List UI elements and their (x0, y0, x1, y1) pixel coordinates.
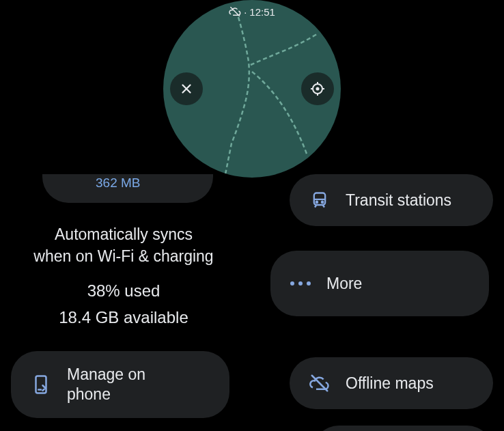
manage-on-phone-button[interactable]: Manage on phone (11, 351, 229, 418)
offline-maps-item[interactable]: Offline maps (290, 357, 493, 409)
sync-line-2: when on Wi-Fi & charging (11, 245, 236, 267)
storage-item[interactable]: 362 MB (42, 174, 213, 203)
storage-size-label: 362 MB (96, 176, 195, 191)
svg-point-1 (317, 88, 319, 90)
more-icon (288, 271, 313, 296)
right-column: Transit stations More Offline maps Setti… (275, 174, 493, 431)
transit-stations-item[interactable]: Transit stations (290, 174, 493, 226)
manage-on-phone-label: Manage on phone (67, 365, 145, 404)
cloud-off-icon (229, 5, 241, 18)
transit-stations-label: Transit stations (346, 191, 451, 210)
status-separator: · (244, 6, 247, 18)
svg-point-4 (316, 201, 318, 203)
status-time: 12:51 (249, 6, 275, 18)
offline-maps-label: Offline maps (346, 374, 434, 393)
recenter-button[interactable] (301, 72, 334, 105)
svg-point-5 (322, 201, 323, 203)
transit-icon (307, 188, 332, 212)
watch-status-bar: · 12:51 (229, 5, 275, 18)
cloud-off-icon (307, 371, 332, 395)
more-item[interactable]: More (270, 251, 489, 316)
left-column: 362 MB Automatically syncs when on Wi-Fi… (11, 174, 236, 418)
sync-line-1: Automatically syncs (11, 223, 236, 245)
percent-used: 38% used (11, 278, 236, 304)
storage-usage: 38% used 18.4 GB available (11, 278, 236, 331)
settings-item[interactable]: Settings (313, 426, 493, 431)
location-crosshair-icon (309, 81, 326, 97)
phone-sync-icon (29, 372, 53, 397)
sync-description: Automatically syncs when on Wi-Fi & char… (11, 223, 236, 267)
available-space: 18.4 GB available (11, 305, 236, 331)
close-button[interactable] (170, 72, 203, 105)
more-label: More (326, 274, 362, 294)
map-watchface-preview: · 12:51 (163, 0, 341, 178)
close-icon (179, 81, 194, 96)
